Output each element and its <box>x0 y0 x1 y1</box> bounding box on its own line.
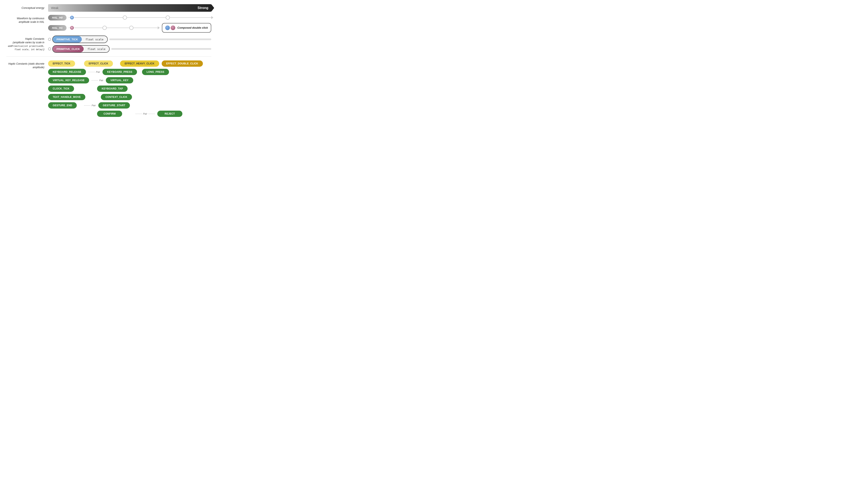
effect-click-pill[interactable]: EFFECT_CLICK <box>84 60 113 67</box>
hal-h0-circle-mid1 <box>123 15 127 20</box>
primitive-tick-scale: float scale <box>82 36 107 43</box>
primitive-tick-track <box>110 38 211 40</box>
primitive-tick-row: PRIMITIVE_TICK float scale <box>48 36 211 43</box>
composed-label: Composed double click <box>177 26 208 30</box>
hal-h0-row: HAL_H0 S <box>48 14 211 21</box>
keyboard-release-pill[interactable]: KEYBOARD_RELEASE <box>48 69 86 75</box>
virtual-key-pill[interactable]: VIRTUAL_KEY <box>106 77 133 84</box>
haptic-scale-section: Haptic Constants (amplitude varies by sc… <box>6 36 211 57</box>
primitive-click-track <box>111 48 211 50</box>
conceptual-energy-label: Conceptual energy <box>6 6 48 10</box>
hal-h0-dot-blue: S <box>70 15 74 20</box>
virtual-key-row: VIRTUAL_KEY_RELEASE Pair VIRTUAL_KEY <box>48 77 211 84</box>
text-handle-row: TEXT_HANDLE_MOVE CONTEXT_CLICK <box>48 94 211 100</box>
keyboard-tap-pill[interactable]: KEYBOARD_TAP <box>97 86 128 92</box>
waveform-content: HAL_H0 S HAL_H1 S <box>48 14 211 33</box>
gesture-end-pill[interactable]: GESTURE_END <box>48 102 77 108</box>
haptic-scale-content: PRIMITIVE_TICK float scale PRIMITIVE_CLI… <box>48 36 211 53</box>
strong-label: Strong <box>197 6 208 10</box>
pair-label-4: Pair <box>143 112 147 115</box>
waveform-label: Waveform by continuous amplitude scale i… <box>6 14 48 24</box>
hal-h1-circle-mid2 <box>129 26 133 30</box>
gesture-start-pill[interactable]: GESTURE_START <box>98 102 130 108</box>
clock-row: CLOCK_TICK KEYBOARD_TAP <box>48 86 211 92</box>
pair-line-3 <box>84 105 90 106</box>
primitive-click-scale: float scale <box>84 45 109 52</box>
keyboard-row: KEYBOARD_RELEASE Pair KEYBOARD_PRESS LON… <box>48 69 211 75</box>
hal-h1-dot-pink: S <box>70 26 74 30</box>
text-handle-move-pill[interactable]: TEXT_HANDLE_MOVE <box>48 94 85 100</box>
confirm-row: CONFIRM Pair REJECT <box>48 110 211 117</box>
hal-h1-circle-mid1 <box>102 26 107 30</box>
click-indicator <box>48 47 51 51</box>
weak-label: Weak <box>51 6 59 10</box>
hal-h1-row: HAL_H1 S Composed <box>48 23 211 33</box>
waveform-section: Waveform by continuous amplitude scale i… <box>6 14 211 33</box>
hal-h1-line <box>69 28 158 28</box>
primitive-click-pill: PRIMITIVE_CLICK float scale <box>52 45 110 53</box>
hal-h0-circle-mid2 <box>166 15 170 20</box>
reject-pill[interactable]: REJECT <box>157 110 182 117</box>
confirm-pill[interactable]: CONFIRM <box>97 110 122 117</box>
callout-dot-blue <box>165 26 170 30</box>
hal-h0-badge: HAL_H0 <box>48 15 66 21</box>
callout-dots <box>165 26 175 30</box>
pair-label-1: Pair <box>96 71 100 73</box>
clock-tick-pill[interactable]: CLOCK_TICK <box>48 86 74 92</box>
pair-label-3: Pair <box>92 104 96 107</box>
primitive-tick-pill: PRIMITIVE_TICK float scale <box>52 36 108 43</box>
haptic-discrete-section: Haptic Constants (static discrete amplit… <box>6 60 211 117</box>
hal-h0-track: S <box>69 14 211 21</box>
haptic-scale-label: Haptic Constants (amplitude varies by sc… <box>6 36 48 51</box>
context-click-pill[interactable]: CONTEXT_CLICK <box>101 94 132 100</box>
virtual-key-release-pill[interactable]: VIRTUAL_KEY_RELEASE <box>48 77 89 84</box>
gradient-bar: Weak Strong <box>48 4 211 12</box>
effect-tick-pill[interactable]: EFFECT_TICK <box>48 60 75 67</box>
hal-h1-track: S <box>69 25 158 31</box>
pair-line-2 <box>92 80 98 80</box>
long-press-pill[interactable]: LONG_PRESS <box>142 69 169 75</box>
effects-row: EFFECT_TICK EFFECT_CLICK EFFECT_HEAVY_CL… <box>48 60 211 67</box>
haptic-discrete-label: Haptic Constants (static discrete amplit… <box>6 60 48 69</box>
primitive-click-name: PRIMITIVE_CLICK <box>53 45 84 52</box>
hal-h0-line <box>69 18 211 18</box>
callout-dot-pink <box>171 26 175 30</box>
gradient-bar-container: Weak Strong <box>48 4 211 12</box>
keyboard-press-pill[interactable]: KEYBOARD_PRESS <box>102 69 137 75</box>
primitive-click-row: PRIMITIVE_CLICK float scale <box>48 45 211 53</box>
conceptual-energy-row: Conceptual energy Weak Strong <box>6 4 211 12</box>
pair-label-2: Pair <box>99 79 103 82</box>
primitive-tick-name: PRIMITIVE_TICK <box>53 36 82 43</box>
effect-heavy-click-pill[interactable]: EFFECT_HEAVY_CLICK <box>120 60 159 67</box>
gesture-row: GESTURE_END Pair GESTURE_START <box>48 102 211 108</box>
hal-h1-badge: HAL_H1 <box>48 25 66 31</box>
effect-double-click-pill[interactable]: EFFECT_DOUBLE_CLICK <box>162 60 203 67</box>
tick-indicator <box>48 38 51 41</box>
haptic-discrete-content: EFFECT_TICK EFFECT_CLICK EFFECT_HEAVY_CL… <box>48 60 211 117</box>
